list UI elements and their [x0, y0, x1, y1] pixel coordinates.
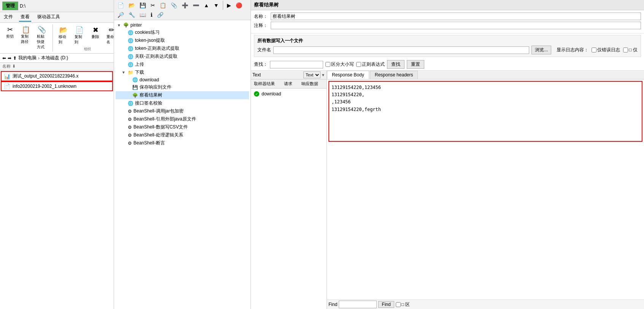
extra-checkbox[interactable]: [623, 48, 628, 52]
cut-button[interactable]: ✂ 剪切: [2, 24, 17, 51]
search-row: 查找： 区分大小写 正则表达式 查找 重置: [251, 59, 644, 71]
tree-item-beanshell-jar[interactable]: ⚙ BeanShell-调用jar包加密: [116, 107, 249, 115]
view-tab[interactable]: 查看: [19, 13, 31, 22]
tree-label: BeanShell-处理逻辑关系: [133, 132, 183, 138]
cut-icon: ✂: [7, 25, 13, 34]
tree-item-token-regex[interactable]: 🌐 token-正则表达式提取: [116, 44, 249, 52]
tree-item-upload[interactable]: 🌐 上传: [116, 60, 249, 68]
paste-shortcut-icon: 📎: [38, 25, 46, 34]
reset-button[interactable]: 重置: [407, 60, 424, 69]
file-tab[interactable]: 文件: [2, 13, 14, 22]
toolbar-remote-btn[interactable]: 🔎: [116, 11, 126, 19]
toolbar-remove-btn[interactable]: ➖: [191, 1, 201, 10]
driver-tools-tab[interactable]: 驱动器工具: [36, 13, 62, 22]
tree-item-pinter[interactable]: ▼ 🌳 pinter: [116, 22, 249, 29]
tree-item-token-json[interactable]: 🌐 token-json提取: [116, 36, 249, 44]
manage-tab[interactable]: 管理: [2, 2, 18, 10]
comment-label: 注释：: [254, 22, 268, 29]
sampler-result-tab[interactable]: 取样器结果: [252, 80, 276, 87]
result-area: Text Text ▼ 取样器结果 请求 响应数据 ✓: [251, 71, 644, 309]
case-sensitive-text: 区分大小写: [331, 61, 354, 68]
copy-to-button[interactable]: 📄 复制到: [72, 25, 87, 46]
comment-input[interactable]: [271, 22, 641, 29]
file-list-header: 名称 ⬇: [0, 63, 114, 70]
tree-label: BeanShell-调用jar包加密: [133, 108, 184, 114]
file-name-0: 测试_output_20200218223946.x: [13, 73, 78, 79]
toolbar-stop-btn[interactable]: 🔴: [234, 1, 244, 10]
copy-path-button[interactable]: 📋 复制路径: [18, 24, 33, 51]
tree-item-sign-verify[interactable]: 🌐 接口签名校验: [116, 99, 249, 107]
text-dropdown-label: Text: [252, 72, 303, 78]
toolbar-expand-btn[interactable]: ▲: [202, 1, 211, 10]
tree-node-icon: 🌐: [128, 101, 133, 106]
toolbar-settings-btn[interactable]: 🔧: [127, 11, 137, 19]
file-path-input[interactable]: [273, 46, 529, 54]
file-write-title: 所有数据写入一个文件: [257, 38, 638, 44]
tree-item-assoc-regex[interactable]: 🌐 关联-正则表达式提取: [116, 52, 249, 60]
error-log-checkbox[interactable]: [592, 48, 596, 52]
find-checkbox[interactable]: [396, 302, 401, 307]
response-headers-tab[interactable]: Response headers: [370, 71, 418, 79]
response-line-3: ,123456: [332, 98, 639, 106]
tree-item-beanshell-assert[interactable]: ⚙ BeanShell-断言: [116, 139, 249, 147]
move-to-button[interactable]: 📂 移动到: [56, 25, 71, 46]
move-to-icon: 📂: [59, 26, 68, 34]
tree-item-beanshell-logic[interactable]: ⚙ BeanShell-处理逻辑关系: [116, 131, 249, 139]
response-line-2: 13129154220,: [332, 91, 639, 98]
toolbar-link-btn[interactable]: 🔗: [155, 11, 165, 19]
response-data-tab[interactable]: 响应数据: [300, 80, 320, 87]
result-item-download[interactable]: ✓ download: [252, 90, 325, 98]
browse-button[interactable]: 浏览...: [531, 46, 551, 54]
response-line-4: 13129154220,fegrth: [332, 106, 639, 113]
toolbar-cut-btn[interactable]: ✂: [149, 1, 157, 10]
toolbar-new-btn[interactable]: 📄: [116, 1, 126, 10]
tree-label: cookies练习: [135, 29, 160, 36]
result-tree-list: ✓ download: [251, 89, 327, 309]
tree-node-icon: ⚙: [128, 125, 132, 130]
breadcrumb-local-disk[interactable]: 本地磁盘 (D:): [41, 55, 68, 61]
result-tree-header: Text Text ▼: [251, 71, 327, 79]
tree-item-view-results[interactable]: 🌳 察看结果树: [116, 91, 249, 99]
tree-node-icon: 💾: [132, 85, 138, 90]
detail-content: 13129154220,123456 13129154220, ,123456 …: [327, 79, 644, 299]
case-sensitive-checkbox[interactable]: [325, 62, 330, 67]
breadcrumb-my-computer[interactable]: 我的电脑: [18, 55, 36, 61]
tree-item-save-response[interactable]: 💾 保存响应到文件: [116, 83, 249, 91]
response-body-tab[interactable]: Response Body: [327, 71, 369, 79]
tree-node-icon: 🌐: [128, 46, 133, 51]
toolbar-run-btn[interactable]: ▶: [225, 1, 233, 10]
case-sensitive-label: 区分大小写: [325, 61, 354, 68]
find-label: Find: [328, 302, 337, 307]
list-item[interactable]: 📊 测试_output_20200218223946.x: [1, 71, 113, 81]
find-bar-button[interactable]: Find: [378, 301, 394, 308]
tree-item-download-req[interactable]: 🌐 download: [116, 76, 249, 83]
error-log-label: 仅错误日志: [597, 47, 620, 53]
delete-label: 删除: [92, 34, 99, 40]
find-button[interactable]: 查找: [387, 60, 404, 69]
toolbar-add-btn[interactable]: ➕: [180, 1, 190, 10]
paste-shortcut-button[interactable]: 📎 粘贴快捷方式: [34, 24, 49, 51]
toolbar-save-btn[interactable]: 💾: [138, 1, 148, 10]
search-input[interactable]: [270, 61, 323, 68]
request-tab[interactable]: 请求: [282, 80, 294, 87]
paste-shortcut-label: 粘贴快捷方式: [37, 34, 47, 50]
list-item[interactable]: 📄 info20200219-2002_1.unknown: [1, 81, 113, 91]
tree-item-download[interactable]: ▼ 📁 下载: [116, 68, 249, 76]
toolbar-paste-btn[interactable]: 📎: [169, 1, 179, 10]
toolbar-info-btn[interactable]: ℹ: [149, 11, 154, 19]
name-input[interactable]: [271, 13, 641, 20]
regex-checkbox[interactable]: [356, 62, 361, 67]
text-type-select[interactable]: Text: [303, 71, 320, 78]
file-name-1: info20200219-2002_1.unknown: [13, 84, 76, 89]
delete-button[interactable]: ✖ 删除: [88, 25, 103, 46]
tree-item-beanshell-csv[interactable]: ⚙ BeanShell-数据写CSV文件: [116, 123, 249, 131]
toolbar-collapse-btn[interactable]: ▼: [212, 1, 221, 10]
toolbar-open-btn[interactable]: 📂: [127, 1, 137, 10]
toolbar-log-btn[interactable]: 📖: [138, 11, 148, 19]
find-input[interactable]: [339, 301, 377, 308]
breadcrumb-up-icon: ⬆: [13, 55, 17, 61]
toolbar-copy-btn[interactable]: 📋: [158, 1, 168, 10]
tree-item-beanshell-java[interactable]: ⚙ BeanShell-引用外部java原文件: [116, 115, 249, 123]
name-row: 名称：: [254, 13, 641, 20]
tree-item-cookies[interactable]: 🌐 cookies练习: [116, 29, 249, 36]
